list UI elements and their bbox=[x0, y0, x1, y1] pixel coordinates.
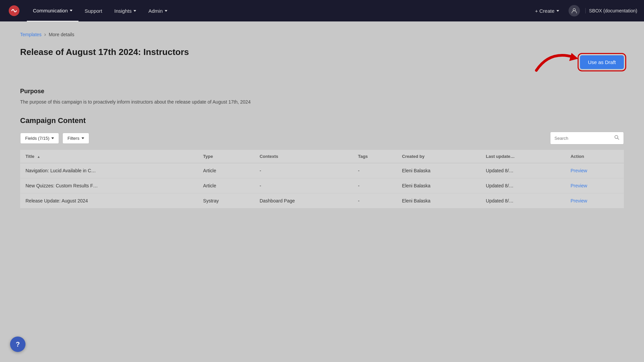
arrow-annotation bbox=[530, 44, 583, 77]
filters-button[interactable]: Filters bbox=[62, 133, 89, 144]
top-navigation: Communication Support Insights Admin + C… bbox=[0, 0, 644, 21]
cell-type: Systray bbox=[198, 193, 254, 208]
table-header-row: Title ▲ Type Contexts Tags Created by La… bbox=[20, 150, 624, 163]
search-input[interactable] bbox=[554, 136, 611, 141]
col-tags: Tags bbox=[353, 150, 396, 163]
campaign-table: Title ▲ Type Contexts Tags Created by La… bbox=[20, 150, 624, 208]
org-label: SBOX (documentation) bbox=[585, 8, 637, 13]
sort-asc-icon: ▲ bbox=[37, 155, 40, 159]
chevron-down-icon bbox=[165, 10, 167, 12]
cell-action[interactable]: Preview bbox=[565, 163, 624, 178]
chevron-down-icon bbox=[51, 137, 54, 139]
purpose-text: The purpose of this campaign is to proac… bbox=[20, 98, 624, 106]
svg-line-4 bbox=[618, 138, 619, 139]
cell-created-by: Eleni Balaska bbox=[397, 178, 481, 193]
campaign-content-heading: Campaign Content bbox=[20, 116, 624, 125]
breadcrumb-templates-link[interactable]: Templates bbox=[20, 32, 42, 37]
page-header: Release of August 17th 2024: Instructors… bbox=[20, 47, 624, 77]
user-account-button[interactable] bbox=[569, 5, 580, 16]
cell-action[interactable]: Preview bbox=[565, 178, 624, 193]
campaign-content-section: Campaign Content Fields (7/15) Filters bbox=[20, 116, 624, 208]
cell-tags: - bbox=[353, 163, 396, 178]
cell-last-update: Updated 8/… bbox=[481, 193, 565, 208]
chevron-down-icon bbox=[82, 137, 84, 139]
cell-tags: - bbox=[353, 193, 396, 208]
cell-contexts: - bbox=[254, 178, 353, 193]
chevron-down-icon bbox=[70, 10, 72, 11]
cell-title: Navigation: Lucid Available in C… bbox=[20, 163, 198, 178]
search-box bbox=[550, 132, 624, 144]
cell-tags: - bbox=[353, 178, 396, 193]
breadcrumb: Templates › More details bbox=[20, 32, 624, 38]
cell-last-update: Updated 8/… bbox=[481, 178, 565, 193]
nav-communication[interactable]: Communication bbox=[27, 0, 78, 21]
help-button[interactable]: ? bbox=[10, 337, 25, 352]
col-title[interactable]: Title ▲ bbox=[20, 150, 198, 163]
svg-marker-2 bbox=[569, 53, 578, 61]
preview-link[interactable]: Preview bbox=[571, 183, 587, 188]
cell-last-update: Updated 8/… bbox=[481, 163, 565, 178]
purpose-section: Purpose The purpose of this campaign is … bbox=[20, 88, 624, 106]
create-button[interactable]: + Create bbox=[531, 6, 563, 16]
search-icon bbox=[614, 135, 620, 141]
use-as-draft-button[interactable]: Use as Draft bbox=[580, 55, 624, 69]
chevron-down-icon bbox=[556, 10, 559, 12]
filters-row: Fields (7/15) Filters bbox=[20, 132, 624, 144]
nav-support[interactable]: Support bbox=[78, 0, 108, 21]
table-row: Release Update: August 2024 Systray Dash… bbox=[20, 193, 624, 208]
page-title: Release of August 17th 2024: Instructors bbox=[20, 47, 189, 57]
nav-right-section: + Create SBOX (documentation) bbox=[531, 5, 637, 16]
cell-created-by: Eleni Balaska bbox=[397, 163, 481, 178]
cell-type: Article bbox=[198, 163, 254, 178]
preview-link[interactable]: Preview bbox=[571, 168, 587, 173]
app-logo[interactable] bbox=[7, 3, 21, 18]
cell-contexts: - bbox=[254, 163, 353, 178]
chevron-down-icon bbox=[133, 10, 136, 12]
table-row: Navigation: Lucid Available in C… Articl… bbox=[20, 163, 624, 178]
col-created-by: Created by bbox=[397, 150, 481, 163]
col-last-update: Last update… bbox=[481, 150, 565, 163]
use-as-draft-section: Use as Draft bbox=[530, 47, 624, 77]
cell-title: New Quizzes: Custom Results F… bbox=[20, 178, 198, 193]
cell-title: Release Update: August 2024 bbox=[20, 193, 198, 208]
preview-link[interactable]: Preview bbox=[571, 198, 587, 203]
cell-type: Article bbox=[198, 178, 254, 193]
col-type: Type bbox=[198, 150, 254, 163]
breadcrumb-separator: › bbox=[44, 32, 46, 38]
nav-insights[interactable]: Insights bbox=[108, 0, 143, 21]
col-action: Action bbox=[565, 150, 624, 163]
cell-created-by: Eleni Balaska bbox=[397, 193, 481, 208]
fields-filter-button[interactable]: Fields (7/15) bbox=[20, 133, 59, 144]
cell-contexts: Dashboard Page bbox=[254, 193, 353, 208]
nav-admin[interactable]: Admin bbox=[142, 0, 173, 21]
purpose-heading: Purpose bbox=[20, 88, 624, 95]
col-contexts: Contexts bbox=[254, 150, 353, 163]
table-row: New Quizzes: Custom Results F… Article -… bbox=[20, 178, 624, 193]
cell-action[interactable]: Preview bbox=[565, 193, 624, 208]
main-content: Templates › More details Release of Augu… bbox=[0, 21, 644, 218]
breadcrumb-current: More details bbox=[49, 32, 74, 37]
